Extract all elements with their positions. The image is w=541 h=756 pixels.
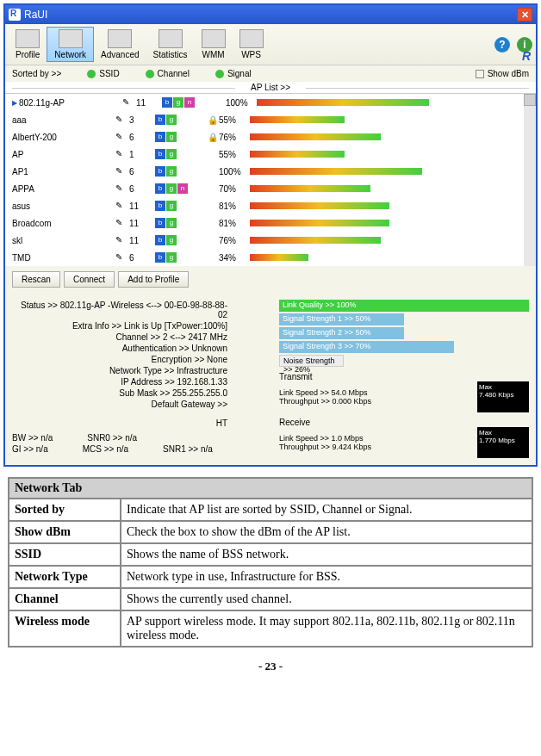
sort-ssid[interactable]: SSID: [87, 69, 119, 78]
status-line: Status >> 802.11g-AP -Wireless <--> 00-E…: [12, 300, 227, 320]
main-toolbar: Profile Network Advanced Statistics WMM …: [5, 24, 536, 65]
ap-row[interactable]: APPA✎6bgn70%: [5, 180, 536, 197]
quality-panel: Link Quality >> 100% Signal Strength 1 >…: [279, 300, 529, 458]
signal-3-bar: Signal Strength 3 >> 70%: [279, 341, 454, 353]
sort-bar: Sorted by >> SSID Channel Signal Show dB…: [5, 65, 536, 82]
ap-row[interactable]: AP✎1bg55%: [5, 146, 536, 163]
ap-row[interactable]: 802.11g-AP✎11bgn100%: [5, 94, 536, 111]
transmit-label: Transmit: [279, 372, 529, 381]
status-area: Status >> 802.11g-AP -Wireless <--> 00-E…: [5, 293, 536, 465]
noise-bar: Noise Strength >> 26%: [279, 355, 344, 367]
ap-row[interactable]: Broadcom✎11bg81%: [5, 214, 536, 232]
titlebar: RaUI ✕: [5, 5, 536, 24]
gateway-line: Default Gateway >>: [12, 399, 227, 410]
ap-list: 802.11g-AP✎11bgn100%aaa✎3bg🔒55%AlbertY-2…: [5, 94, 536, 266]
tab-wps[interactable]: WPS: [233, 28, 270, 61]
help-icon[interactable]: ?: [494, 37, 510, 53]
ap-row[interactable]: TMD✎6bg34%: [5, 249, 536, 266]
ap-row[interactable]: AP1✎6bg100%: [5, 163, 536, 180]
table-row: Network TypeNetwork type in use, Infrast…: [9, 566, 532, 588]
advanced-icon: [108, 29, 132, 48]
table-row: SSIDShows the name of BSS network.: [9, 543, 532, 566]
ht-bw: BW >> n/a: [12, 433, 53, 443]
sort-signal[interactable]: Signal: [215, 69, 252, 78]
tx-max-box: Max7.480 Kbps: [477, 381, 529, 412]
wmm-icon: [202, 29, 226, 48]
button-bar: Rescan Connect Add to Profile: [5, 266, 536, 293]
ht-mcs: MCS >> n/a: [83, 444, 128, 454]
ht-snr0: SNR0 >> n/a: [87, 433, 137, 443]
extra-info-line: Extra Info >> Link is Up [TxPower:100%]: [12, 320, 227, 332]
ht-header: HT: [12, 418, 227, 429]
sort-channel[interactable]: Channel: [146, 69, 190, 78]
show-dbm-checkbox[interactable]: Show dBm: [476, 69, 529, 78]
ap-row[interactable]: aaa✎3bg🔒55%: [5, 111, 536, 128]
page-number: - 23 -: [0, 660, 541, 673]
statistics-icon: [159, 29, 183, 48]
table-row: Wireless modeAP support wireless mode. I…: [9, 610, 532, 647]
tx-link-speed: Link Speed >> 54.0 Mbps: [279, 388, 470, 397]
network-type-line: Network Type >> Infrastructure: [12, 365, 227, 376]
auth-line: Authentication >> Unknown: [12, 343, 227, 354]
tab-network[interactable]: Network: [47, 27, 94, 62]
submask-line: Sub Mask >> 255.255.255.0: [12, 387, 227, 399]
tx-throughput: Throughput >> 0.000 Kbps: [279, 397, 470, 406]
sorted-by-label: Sorted by >>: [12, 69, 61, 78]
ht-gi: GI >> n/a: [12, 444, 48, 454]
connect-button[interactable]: Connect: [64, 271, 115, 288]
app-icon: [9, 9, 21, 21]
table-row: ChannelShows the currently used channel.: [9, 588, 532, 610]
description-table: Network Tab Sorted byIndicate that AP li…: [8, 477, 533, 648]
wps-icon: [239, 29, 264, 48]
receive-label: Receive: [279, 418, 529, 427]
ap-row[interactable]: skl✎11bg76%: [5, 232, 536, 249]
rx-throughput: Throughput >> 9.424 Kbps: [279, 443, 470, 451]
scroll-up-icon[interactable]: [524, 94, 536, 106]
profile-icon: [16, 29, 40, 48]
ht-snr1: SNR1 >> n/a: [163, 444, 213, 454]
tab-wmm[interactable]: WMM: [195, 28, 233, 61]
status-info: Status >> 802.11g-AP -Wireless <--> 00-E…: [12, 300, 262, 458]
tab-advanced[interactable]: Advanced: [94, 28, 146, 61]
close-button[interactable]: ✕: [517, 8, 532, 22]
network-icon: [59, 29, 83, 48]
table-row: Sorted byIndicate that AP list are sorte…: [9, 499, 532, 521]
rescan-button[interactable]: Rescan: [12, 271, 60, 288]
encryption-line: Encryption >> None: [12, 354, 227, 365]
channel-line: Channel >> 2 <--> 2417 MHz: [12, 332, 227, 343]
tab-statistics[interactable]: Statistics: [146, 28, 195, 61]
link-quality-bar: Link Quality >> 100%: [279, 300, 529, 312]
ap-row[interactable]: AlbertY-200✎6bg🔒76%: [5, 128, 536, 146]
table-header: Network Tab: [9, 478, 532, 499]
scrollbar[interactable]: [524, 94, 536, 266]
app-window: RaUI ✕ Profile Network Advanced Statisti…: [3, 3, 538, 467]
brand-logo: R: [522, 49, 531, 63]
signal-1-bar: Signal Strength 1 >> 50%: [279, 313, 404, 325]
add-profile-button[interactable]: Add to Profile: [118, 271, 189, 288]
ip-line: IP Address >> 192.168.1.33: [12, 376, 227, 387]
ap-row[interactable]: asus✎11bg81%: [5, 197, 536, 214]
rx-link-speed: Link Speed >> 1.0 Mbps: [279, 434, 470, 443]
window-title: RaUI: [24, 9, 47, 21]
table-row: Show dBmCheck the box to show the dBm of…: [9, 521, 532, 543]
signal-2-bar: Signal Strength 2 >> 50%: [279, 327, 404, 339]
rx-max-box: Max1.770 Mbps: [477, 427, 529, 458]
tab-profile[interactable]: Profile: [9, 28, 47, 61]
ap-list-header: AP List >>: [5, 82, 536, 94]
